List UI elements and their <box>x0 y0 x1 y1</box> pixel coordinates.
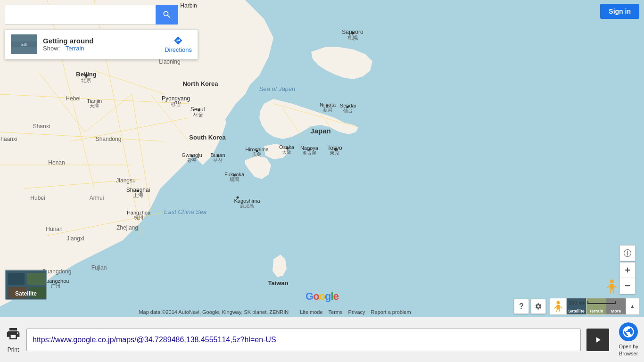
svg-text:広島: 広島 <box>252 152 262 157</box>
search-icon <box>162 10 172 19</box>
compass-icon <box>623 249 632 257</box>
svg-text:杭州: 杭州 <box>133 215 143 220</box>
svg-line-110 <box>559 310 560 312</box>
svg-text:Fujian: Fujian <box>91 264 107 271</box>
attribution-text: Map data ©2014 AutoNavi, Google, Kingway… <box>139 309 289 315</box>
svg-line-107 <box>554 306 557 308</box>
zoom-controls: + − <box>619 245 636 294</box>
panel-thumbnail-image: 地図 <box>11 34 37 54</box>
go-button[interactable] <box>586 329 609 351</box>
svg-point-105 <box>557 301 560 304</box>
panel-terrain-link[interactable]: Terrain <box>66 45 84 52</box>
map-type-expand-button[interactable]: ▲ <box>626 298 639 315</box>
pegman-icon <box>607 279 617 294</box>
svg-text:Jiangsu: Jiangsu <box>116 177 135 184</box>
svg-text:福岡: 福岡 <box>230 177 239 182</box>
svg-point-48 <box>256 150 258 152</box>
svg-line-104 <box>613 289 614 293</box>
svg-text:天津: 天津 <box>90 103 99 108</box>
directions-icon <box>173 36 183 45</box>
svg-text:Hebei: Hebei <box>66 95 80 102</box>
svg-line-109 <box>557 310 558 312</box>
print-button[interactable]: Print <box>6 326 21 353</box>
svg-text:부산: 부산 <box>213 157 223 163</box>
svg-point-20 <box>351 32 354 34</box>
svg-point-79 <box>237 197 239 199</box>
svg-point-42 <box>198 109 200 112</box>
svg-text:Sea of Japan: Sea of Japan <box>259 85 296 92</box>
svg-point-37 <box>347 106 349 108</box>
svg-text:광주: 광주 <box>187 157 197 163</box>
scale-bar: 200 km <box>569 300 616 305</box>
search-button[interactable] <box>156 5 178 25</box>
search-bar <box>5 5 178 25</box>
lite-mode-link[interactable]: Lite mode <box>300 309 322 315</box>
svg-point-23 <box>85 74 88 77</box>
map-attribution: Map data ©2014 AutoNavi, Google, Kingway… <box>0 309 550 315</box>
svg-text:北京: 北京 <box>81 77 91 83</box>
google-logo: Google <box>305 290 339 303</box>
svg-point-62 <box>191 155 194 157</box>
svg-text:Hunan: Hunan <box>46 226 62 232</box>
print-label: Print <box>8 346 19 353</box>
svg-point-51 <box>287 148 289 150</box>
url-input[interactable] <box>26 329 581 351</box>
svg-line-101 <box>608 286 610 288</box>
svg-text:Japan: Japan <box>310 127 330 135</box>
svg-text:South Korea: South Korea <box>189 134 226 141</box>
svg-point-68 <box>233 174 236 177</box>
svg-text:札幌: 札幌 <box>347 35 358 41</box>
svg-rect-100 <box>610 284 614 289</box>
svg-point-54 <box>309 148 311 151</box>
panel-thumbnail: 地図 <box>11 34 37 54</box>
svg-text:Zhejiang: Zhejiang <box>116 224 138 231</box>
getting-around-panel: 地図 Getting around Show: Terrain Directio… <box>5 29 198 59</box>
satellite-type-label: Satellite <box>568 309 585 313</box>
svg-point-65 <box>217 155 220 157</box>
svg-text:Shaanxi: Shaanxi <box>0 136 17 142</box>
satellite-thumbnail-button[interactable]: Satellite <box>5 270 47 300</box>
pegman-button[interactable] <box>607 279 617 297</box>
scale-label: 200 km <box>569 300 586 305</box>
zoom-in-button[interactable]: + <box>619 262 636 278</box>
open-browser-button[interactable]: Open byBrowser <box>619 322 638 357</box>
svg-text:Shanxi: Shanxi <box>33 123 50 130</box>
search-input[interactable] <box>5 5 156 25</box>
panel-directions-btn[interactable]: Directions <box>165 36 192 53</box>
compass-button[interactable] <box>619 245 636 261</box>
scale-line <box>587 301 616 304</box>
svg-text:North Korea: North Korea <box>182 80 218 87</box>
svg-text:Harbin: Harbin <box>180 2 197 9</box>
panel-title: Getting around <box>43 37 159 45</box>
sign-in-button[interactable]: Sign in <box>600 4 639 19</box>
svg-line-108 <box>560 306 562 308</box>
svg-text:新潟: 新潟 <box>323 107 332 112</box>
print-icon <box>6 326 21 345</box>
panel-show-label: Show: <box>43 45 60 52</box>
svg-text:名古屋: 名古屋 <box>302 150 316 156</box>
svg-text:鹿児島: 鹿児島 <box>240 203 254 208</box>
svg-rect-92 <box>8 273 25 285</box>
svg-point-57 <box>334 148 337 151</box>
map-area[interactable]: Harbin Sapporo 札幌 Beijing 北京 Liaoning No… <box>0 0 644 317</box>
svg-point-99 <box>610 280 614 283</box>
panel-content: Getting around Show: Terrain <box>43 37 159 52</box>
zoom-out-button[interactable]: − <box>619 278 636 294</box>
directions-label: Directions <box>165 46 192 53</box>
report-problem-link[interactable]: Report a problem <box>371 309 411 315</box>
svg-text:地図: 地図 <box>21 43 27 46</box>
svg-text:Taiwan: Taiwan <box>268 280 288 287</box>
svg-text:Liaoning: Liaoning <box>159 58 180 65</box>
privacy-link[interactable]: Privacy <box>348 309 365 315</box>
svg-rect-106 <box>557 305 560 310</box>
svg-text:大阪: 大阪 <box>282 149 291 155</box>
svg-text:Henan: Henan <box>48 159 65 166</box>
terms-link[interactable]: Terms <box>329 309 343 315</box>
svg-text:東京: 東京 <box>330 150 340 156</box>
svg-text:广州: 广州 <box>51 283 60 288</box>
map-type-person-button[interactable] <box>550 298 567 315</box>
person-icon <box>553 301 563 312</box>
more-type-label: More <box>611 309 621 313</box>
svg-line-103 <box>610 289 611 293</box>
svg-rect-93 <box>27 273 46 285</box>
